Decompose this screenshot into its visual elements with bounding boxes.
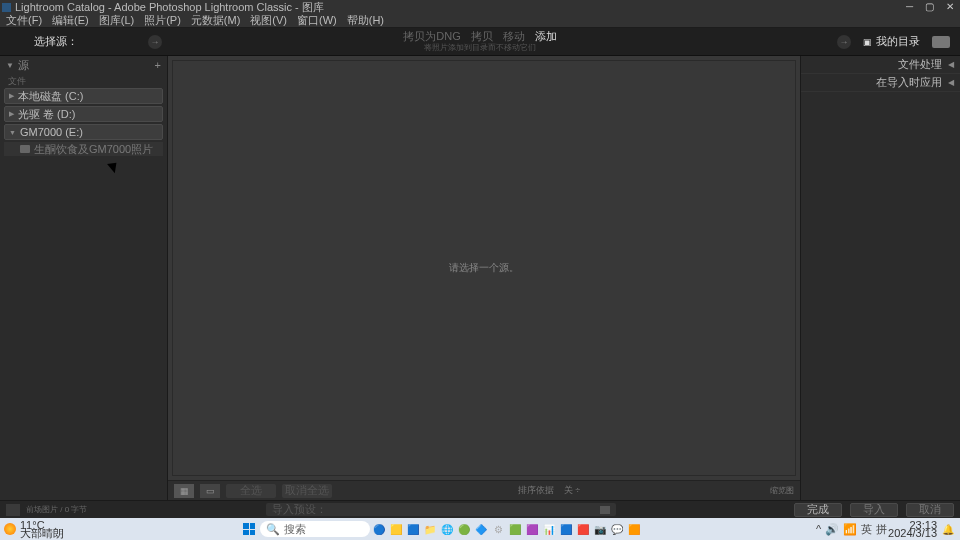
minimize-button[interactable]: ─ [906, 2, 913, 12]
select-source-label: 选择源： [34, 34, 78, 49]
taskbar-app-icon[interactable]: 🟥 [575, 521, 591, 537]
folder-label: 生酮饮食及GM7000照片 [34, 142, 153, 157]
section-label: 在导入时应用 [876, 75, 942, 90]
import-summary: 前场图片 / 0 字节 [26, 504, 87, 515]
deselect-all-button[interactable]: 取消全选 [282, 484, 332, 498]
notifications-button[interactable]: 🔔 [940, 521, 956, 537]
done-button[interactable]: 完成 [794, 503, 842, 517]
import-preset-field[interactable]: 导入预设： [266, 503, 616, 516]
taskbar-app-icon[interactable]: 🟩 [507, 521, 523, 537]
add-source-button[interactable]: + [155, 59, 161, 71]
system-tray[interactable]: ^ 🔊 📶 英 拼 [816, 522, 887, 537]
menu-edit[interactable]: 编辑(E) [52, 13, 89, 28]
dest-arrow-button[interactable]: → [837, 35, 851, 49]
taskbar-app-icon[interactable]: 🟦 [405, 521, 421, 537]
source-arrow-button[interactable]: → [148, 35, 162, 49]
taskbar-app-icon[interactable]: 🟧 [626, 521, 642, 537]
drive-label: 光驱 卷 (D:) [18, 107, 75, 122]
taskbar-clock[interactable]: 23:13 2024/3/13 [888, 521, 939, 537]
apply-during-import-section[interactable]: 在导入时应用 ◀ [801, 74, 960, 92]
thumbnail-grid: 请选择一个源。 [172, 60, 796, 476]
tray-ime[interactable]: 英 [861, 522, 872, 537]
taskbar-search[interactable]: 🔍 搜索 [260, 521, 370, 537]
loupe-view-button[interactable]: ▭ [200, 484, 220, 498]
drive-d[interactable]: ▶ 光驱 卷 (D:) [4, 106, 163, 122]
tray-icon[interactable]: 🔊 [825, 523, 839, 536]
taskbar-app-icon[interactable]: ⚙ [490, 521, 506, 537]
main-area: ▼ 源 + 文件 ▶ 本地磁盘 (C:) ▶ 光驱 卷 (D:) ▼ GM700… [0, 56, 960, 500]
hdd-icon [932, 36, 950, 48]
sun-icon [4, 523, 16, 535]
section-label: 文件处理 [898, 57, 942, 72]
add-option[interactable]: 添加 [535, 31, 557, 42]
grid-toolbar: ▦ ▭ 全选 取消全选 排序依据 关 ÷ 缩览图 [168, 480, 800, 500]
taskbar-app-icon[interactable]: 🟦 [558, 521, 574, 537]
sort-value[interactable]: 关 ÷ [564, 484, 580, 497]
chevron-left-icon: ◀ [948, 78, 954, 87]
menu-view[interactable]: 视图(V) [250, 13, 287, 28]
drive-e[interactable]: ▼ GM7000 (E:) [4, 124, 163, 140]
import-mode-description: 将照片添加到目录而不移动它们 [424, 42, 536, 53]
search-icon: 🔍 [266, 523, 280, 536]
drive-label: 本地磁盘 (C:) [18, 89, 83, 104]
taskbar-app-icon[interactable]: 📊 [541, 521, 557, 537]
weather-widget[interactable]: 11°C 大部晴朗 [4, 521, 64, 537]
taskbar-app-icon[interactable]: 🔵 [371, 521, 387, 537]
taskbar-app-icon[interactable]: 💬 [609, 521, 625, 537]
taskbar-app-icon[interactable]: 🔷 [473, 521, 489, 537]
menu-metadata[interactable]: 元数据(M) [191, 13, 241, 28]
import-top-strip: 选择源： → 拷贝为DNG 拷贝 移动 添加 将照片添加到目录而不移动它们 → … [0, 28, 960, 56]
grid-view-button[interactable]: ▦ [174, 484, 194, 498]
menu-library[interactable]: 图库(L) [99, 13, 134, 28]
destination-label: 我的目录 [876, 34, 920, 49]
maximize-button[interactable]: ▢ [925, 2, 934, 12]
search-placeholder: 搜索 [284, 522, 306, 537]
clock-date: 2024/3/13 [888, 529, 937, 537]
import-preset-label: 导入预设： [272, 502, 327, 517]
import-button[interactable]: 导入 [850, 503, 898, 517]
chevron-right-icon: ▶ [9, 92, 14, 100]
tray-icon[interactable]: 📶 [843, 523, 857, 536]
folder-icon [20, 145, 30, 153]
taskbar-app-icon[interactable]: 🟢 [456, 521, 472, 537]
right-panel: 文件处理 ◀ 在导入时应用 ◀ [800, 56, 960, 500]
menu-photo[interactable]: 照片(P) [144, 13, 181, 28]
app-icon [2, 3, 11, 12]
taskbar-app-icon[interactable]: 🌐 [439, 521, 455, 537]
taskbar-app-icon[interactable]: 🟪 [524, 521, 540, 537]
tray-icon[interactable]: ^ [816, 523, 821, 535]
taskbar-app-icon[interactable]: 📁 [422, 521, 438, 537]
preview-area: 请选择一个源。 ▦ ▭ 全选 取消全选 排序依据 关 ÷ 缩览图 [168, 56, 800, 500]
taskbar-app-icon[interactable]: 🟨 [388, 521, 404, 537]
tray-ime[interactable]: 拼 [876, 522, 887, 537]
chevron-down-icon: ▼ [6, 61, 14, 70]
folder-item[interactable]: 生酮饮食及GM7000照片 [4, 142, 163, 156]
taskbar-app-icon[interactable]: 📷 [592, 521, 608, 537]
source-panel-header[interactable]: ▼ 源 + [0, 56, 167, 74]
empty-source-message: 请选择一个源。 [449, 261, 519, 275]
window-controls: ─ ▢ ✕ [906, 2, 958, 12]
drive-label: GM7000 (E:) [20, 126, 83, 138]
move-option[interactable]: 移动 [503, 31, 525, 42]
files-section-label: 文件 [0, 74, 167, 88]
source-panel-title: 源 [18, 58, 29, 73]
menu-help[interactable]: 帮助(H) [347, 13, 384, 28]
chevron-down-icon: ▼ [9, 129, 16, 136]
copy-option[interactable]: 拷贝 [471, 31, 493, 42]
select-all-button[interactable]: 全选 [226, 484, 276, 498]
drive-c[interactable]: ▶ 本地磁盘 (C:) [4, 88, 163, 104]
bottom-bar: 前场图片 / 0 字节 导入预设： 完成 导入 取消 [0, 500, 960, 518]
minimize-panel-button[interactable] [6, 504, 20, 516]
start-button[interactable] [239, 521, 259, 537]
menu-file[interactable]: 文件(F) [6, 13, 42, 28]
destination-button[interactable]: ▣ 我的目录 [863, 34, 920, 49]
file-handling-section[interactable]: 文件处理 ◀ [801, 56, 960, 74]
flag-icon [600, 506, 610, 514]
copy-as-dng-option[interactable]: 拷贝为DNG [403, 31, 460, 42]
menu-window[interactable]: 窗口(W) [297, 13, 337, 28]
thumbnail-zoom-label: 缩览图 [770, 487, 794, 495]
windows-taskbar: 11°C 大部晴朗 🔍 搜索 🔵 🟨 🟦 📁 🌐 🟢 🔷 ⚙ 🟩 🟪 📊 🟦 🟥… [0, 518, 960, 540]
close-button[interactable]: ✕ [946, 2, 954, 12]
cancel-button[interactable]: 取消 [906, 503, 954, 517]
menubar: 文件(F) 编辑(E) 图库(L) 照片(P) 元数据(M) 视图(V) 窗口(… [0, 14, 960, 28]
